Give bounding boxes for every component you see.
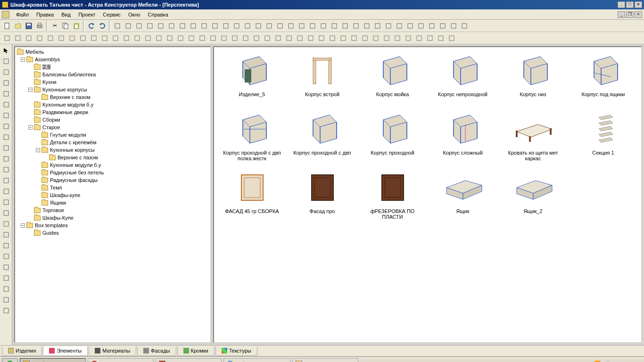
toolbar-button[interactable] [123, 21, 133, 31]
tab-tekstury[interactable]: Текстуры [215, 346, 257, 356]
tree-node[interactable]: −Кухонные корпусы [17, 86, 208, 93]
toolbar-button[interactable] [143, 33, 153, 43]
tree-node[interactable]: Верхние с пазом [17, 154, 208, 161]
tb-save-icon[interactable] [24, 21, 34, 31]
tree-node-root[interactable]: Мебель [17, 48, 208, 56]
left-tool-button[interactable] [1, 132, 11, 142]
tree-node[interactable]: Торговое [17, 206, 208, 214]
toolbar-button[interactable] [221, 21, 231, 31]
taskbar-app-opera[interactable] [88, 358, 154, 362]
menu-window[interactable]: Окно [124, 11, 144, 18]
mdi-restore[interactable]: ❐ [626, 11, 634, 18]
toolbar-button[interactable] [13, 33, 23, 43]
toolbar-button[interactable] [242, 21, 253, 31]
tree-node[interactable]: Балясины библиотека [17, 71, 208, 78]
toolbar-button[interactable] [436, 33, 446, 43]
toolbar-button[interactable] [414, 33, 424, 43]
toolbar-button[interactable] [165, 33, 175, 43]
mdi-icon[interactable] [2, 11, 9, 18]
toolbar-button[interactable] [132, 33, 142, 43]
library-item[interactable]: Корпус проходной с двп полка жестк [219, 110, 285, 164]
toolbar-button[interactable] [89, 33, 99, 43]
library-item[interactable]: Изделие_5 [219, 52, 285, 106]
left-tool-button[interactable] [1, 121, 11, 132]
toolbar-button[interactable] [99, 33, 110, 43]
left-tool-button[interactable] [1, 230, 11, 240]
tb-paste-icon[interactable] [71, 21, 82, 31]
mdi-close[interactable]: × [635, 11, 642, 18]
tree-node[interactable]: Guides [17, 229, 208, 237]
tree-node[interactable]: Сборки [17, 116, 208, 123]
left-tool-button[interactable] [1, 240, 11, 251]
toolbar-button[interactable] [295, 33, 305, 43]
toolbar-button[interactable] [34, 33, 45, 43]
toolbar-button[interactable] [24, 33, 34, 43]
tb-cut-icon[interactable]: ✂ [50, 21, 60, 31]
toolbar-button[interactable] [360, 33, 370, 43]
toolbar-button[interactable] [273, 33, 283, 43]
left-tool-button[interactable] [1, 273, 11, 283]
arrow-tool-icon[interactable] [1, 45, 11, 56]
library-item[interactable]: Кровать из щита мет каркас [500, 110, 566, 164]
toolbar-button[interactable] [371, 33, 381, 43]
toolbar-button[interactable] [262, 33, 272, 43]
mdi-minimize[interactable]: _ [618, 11, 625, 18]
tb-copy-icon[interactable] [60, 21, 71, 31]
toolbar-button[interactable] [231, 21, 242, 31]
volume-icon[interactable]: 🔊 [603, 361, 610, 362]
toolbar-button[interactable] [264, 21, 274, 31]
left-tool-button[interactable] [1, 143, 11, 153]
maximize-button[interactable]: □ [626, 1, 634, 8]
tab-elementy[interactable]: Элементы [43, 346, 88, 356]
tab-kromki[interactable]: Кромки [177, 346, 215, 356]
tree-node[interactable]: Радиусные без петель [17, 169, 208, 176]
tree-panel[interactable]: Мебель −Assemblys 2.9 Балясины библиотек… [14, 46, 211, 343]
toolbar-button[interactable] [110, 33, 121, 43]
toolbar-button[interactable] [177, 21, 188, 31]
menu-edit[interactable]: Правка [33, 11, 58, 18]
close-button[interactable]: × [635, 1, 642, 8]
toolbar-button[interactable] [286, 21, 296, 31]
tab-izdeliya[interactable]: Изделия [2, 346, 42, 356]
toolbar-button[interactable] [154, 33, 164, 43]
toolbar-button[interactable] [392, 33, 403, 43]
menu-file[interactable]: Файл [12, 11, 33, 18]
left-tool-button[interactable] [1, 56, 11, 66]
toolbar-button[interactable] [351, 21, 361, 31]
left-tool-button[interactable] [1, 305, 11, 316]
left-tool-button[interactable] [1, 219, 11, 229]
left-tool-button[interactable] [1, 175, 11, 186]
left-tool-button[interactable] [1, 251, 11, 262]
toolbar-button[interactable] [208, 33, 218, 43]
tree-node-2-9[interactable]: 2.9 [17, 63, 208, 71]
tree-node[interactable]: Ящики [17, 199, 208, 206]
toolbar-button[interactable] [197, 33, 207, 43]
tray-icon[interactable]: ◧ [585, 361, 591, 362]
toolbar-button[interactable] [338, 33, 348, 43]
library-item[interactable]: Фасад про [289, 169, 355, 222]
toolbar-button[interactable] [186, 33, 197, 43]
toolbar-button[interactable] [56, 33, 66, 43]
toolbar-button[interactable] [349, 33, 359, 43]
tree-node[interactable]: Кухни [17, 78, 208, 86]
toolbar-button[interactable] [112, 21, 123, 31]
network-icon[interactable]: 📶 [594, 361, 601, 362]
start-button[interactable] [2, 358, 18, 362]
left-tool-button[interactable] [1, 295, 11, 305]
tree-node[interactable]: Раздвижные двери [17, 108, 208, 116]
toolbar-button[interactable] [78, 33, 88, 43]
tree-node[interactable]: Радиусные фасады [17, 176, 208, 184]
toolbar-button[interactable] [240, 33, 251, 43]
toolbar-button[interactable] [67, 33, 77, 43]
tree-node-assemblys[interactable]: −Assemblys [17, 56, 208, 63]
menu-view[interactable]: Вид [58, 11, 74, 18]
left-tool-button[interactable] [1, 208, 11, 218]
toolbar-button[interactable] [403, 33, 413, 43]
menu-project[interactable]: Проект [74, 11, 99, 18]
left-tool-button[interactable] [1, 154, 11, 164]
library-item[interactable]: Корпус сложный [429, 110, 496, 164]
tb-print-icon[interactable] [34, 21, 45, 31]
toolbar-button[interactable] [438, 21, 448, 31]
tree-node[interactable]: Кухонные модули б.у [17, 101, 208, 108]
toolbar-button[interactable] [230, 33, 240, 43]
